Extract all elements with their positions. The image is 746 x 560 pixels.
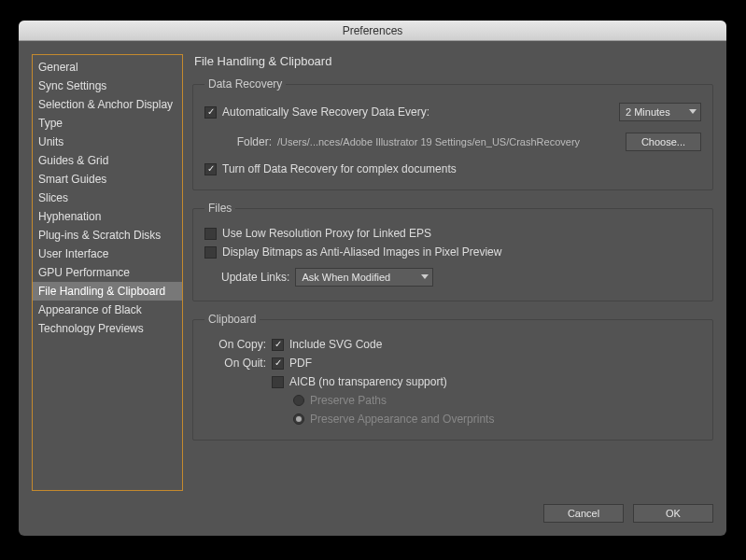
- label-auto-save: Automatically Save Recovery Data Every:: [222, 105, 429, 119]
- sidebar-item-selection-anchor-display[interactable]: Selection & Anchor Display: [33, 95, 182, 114]
- ok-button[interactable]: OK: [633, 504, 713, 523]
- folder-path: /Users/...nces/Adobe Illustrator 19 Sett…: [277, 136, 620, 147]
- footer: Cancel OK: [19, 504, 726, 536]
- label-on-copy: On Copy:: [204, 338, 266, 351]
- content: GeneralSync SettingsSelection & Anchor D…: [19, 41, 726, 504]
- sidebar-item-general[interactable]: General: [33, 58, 182, 77]
- label-include-svg: Include SVG Code: [289, 338, 382, 351]
- select-recovery-interval-value: 2 Minutes: [626, 106, 670, 118]
- checkbox-anti-aliased-bitmaps[interactable]: [204, 246, 217, 259]
- radio-preserve-paths[interactable]: [293, 395, 304, 406]
- group-files: Files Use Low Resolution Proxy for Linke…: [192, 202, 713, 301]
- preferences-window: Preferences GeneralSync SettingsSelectio…: [19, 21, 726, 536]
- select-update-links[interactable]: Ask When Modified: [295, 268, 433, 287]
- checkbox-include-svg[interactable]: [272, 339, 284, 351]
- main-panel: File Handling & Clipboard Data Recovery …: [192, 54, 713, 491]
- label-on-quit: On Quit:: [204, 357, 266, 370]
- checkbox-low-res-proxy[interactable]: [204, 228, 217, 240]
- checkbox-aicb[interactable]: [272, 376, 284, 388]
- checkbox-pdf[interactable]: [272, 357, 284, 370]
- choose-folder-button[interactable]: Choose...: [626, 133, 701, 151]
- legend-data-recovery: Data Recovery: [204, 77, 286, 91]
- group-clipboard: Clipboard On Copy: Include SVG Code On Q…: [192, 313, 713, 441]
- sidebar-item-slices[interactable]: Slices: [33, 189, 182, 207]
- cancel-button[interactable]: Cancel: [543, 504, 624, 523]
- sidebar-item-gpu-performance[interactable]: GPU Performance: [33, 263, 182, 282]
- sidebar-item-appearance-of-black[interactable]: Appearance of Black: [33, 301, 182, 319]
- sidebar-item-technology-previews[interactable]: Technology Previews: [33, 319, 182, 338]
- checkbox-turn-off-complex[interactable]: [204, 163, 217, 175]
- chevron-down-icon: [421, 274, 429, 279]
- sidebar-item-type[interactable]: Type: [33, 114, 182, 133]
- sidebar-item-file-handling-clipboard[interactable]: File Handling & Clipboard: [33, 282, 182, 301]
- window-title: Preferences: [343, 24, 403, 37]
- label-aicb: AICB (no transparency support): [289, 375, 447, 388]
- sidebar-item-guides-grid[interactable]: Guides & Grid: [33, 151, 182, 170]
- label-turn-off-complex: Turn off Data Recovery for complex docum…: [222, 162, 457, 175]
- label-preserve-paths: Preserve Paths: [310, 394, 387, 407]
- chevron-down-icon: [689, 109, 697, 114]
- label-low-res-proxy: Use Low Resolution Proxy for Linked EPS: [222, 227, 431, 240]
- legend-files: Files: [204, 202, 235, 215]
- select-recovery-interval[interactable]: 2 Minutes: [619, 103, 701, 121]
- label-preserve-appearance: Preserve Appearance and Overprints: [310, 413, 494, 426]
- label-folder: Folder:: [221, 135, 272, 148]
- radio-preserve-appearance[interactable]: [293, 413, 304, 425]
- legend-clipboard: Clipboard: [204, 313, 260, 326]
- sidebar-item-units[interactable]: Units: [33, 133, 182, 151]
- label-pdf: PDF: [289, 357, 312, 370]
- label-update-links: Update Links:: [221, 271, 289, 284]
- label-anti-aliased-bitmaps: Display Bitmaps as Anti-Aliased Images i…: [222, 245, 501, 259]
- sidebar-item-sync-settings[interactable]: Sync Settings: [33, 77, 182, 95]
- page-title: File Handling & Clipboard: [192, 54, 713, 68]
- select-update-links-value: Ask When Modified: [302, 272, 390, 283]
- titlebar: Preferences: [19, 21, 726, 41]
- sidebar-item-smart-guides[interactable]: Smart Guides: [33, 170, 182, 189]
- group-data-recovery: Data Recovery Automatically Save Recover…: [192, 77, 713, 190]
- sidebar-item-plug-ins-scratch-disks[interactable]: Plug-ins & Scratch Disks: [33, 226, 182, 245]
- checkbox-auto-save[interactable]: [204, 106, 217, 119]
- sidebar-item-hyphenation[interactable]: Hyphenation: [33, 207, 182, 226]
- sidebar: GeneralSync SettingsSelection & Anchor D…: [32, 54, 183, 491]
- sidebar-item-user-interface[interactable]: User Interface: [33, 245, 182, 263]
